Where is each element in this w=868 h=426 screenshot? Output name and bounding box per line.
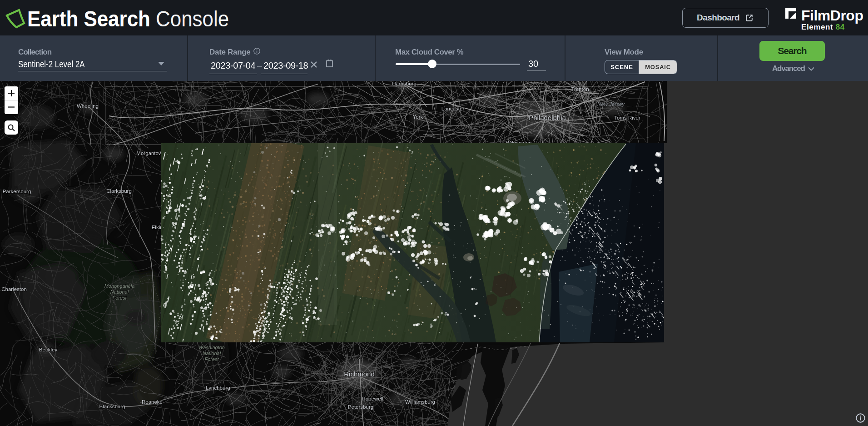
svg-text:Lancaster: Lancaster [441,106,465,111]
svg-text:Petersburg: Petersburg [348,404,373,410]
svg-text:Charleston: Charleston [1,286,27,292]
svg-text:New Jersey: New Jersey [597,101,625,107]
svg-text:Parkersburg: Parkersburg [3,189,31,194]
svg-text:Harrisburg: Harrisburg [392,81,417,86]
svg-text:Roanoke: Roanoke [142,399,163,405]
svg-text:Lynchburg: Lynchburg [206,385,230,391]
svg-text:Williamsburg: Williamsburg [405,399,435,405]
svg-text:Clarksburg: Clarksburg [106,188,132,194]
svg-text:Philadelphia: Philadelphia [529,114,566,121]
svg-text:Morgantown: Morgantown [136,150,165,156]
svg-text:York: York [413,114,423,120]
svg-text:Beckley: Beckley [39,347,58,352]
svg-text:Toms River: Toms River [614,115,640,120]
svg-text:Richmond: Richmond [344,370,375,378]
svg-text:Trenton: Trenton [571,86,589,92]
svg-text:Hopewell: Hopewell [362,396,383,401]
svg-text:Blacksburg: Blacksburg [99,404,125,409]
svg-text:Wheeling: Wheeling [77,103,99,109]
